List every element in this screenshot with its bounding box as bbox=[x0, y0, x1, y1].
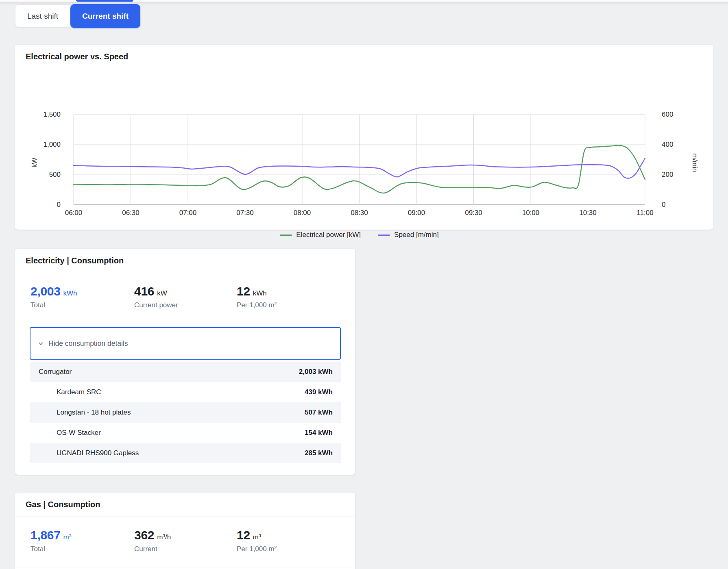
x-axis-tick: 10:00 bbox=[514, 209, 547, 217]
electricity-total-label: Total bbox=[31, 301, 134, 309]
left-axis-tick: 500 bbox=[15, 171, 61, 179]
x-axis-tick: 07:30 bbox=[229, 209, 262, 217]
chart-plot bbox=[74, 115, 645, 205]
consumption-row: OS-W Stacker154 kWh bbox=[30, 423, 341, 443]
legend-item[interactable]: Electrical power [kW] bbox=[280, 231, 361, 239]
electricity-per-area-label: Per 1,000 m² bbox=[237, 301, 339, 309]
gas-per-area-unit: m³ bbox=[253, 533, 261, 541]
right-axis-tick: 0 bbox=[662, 201, 665, 209]
right-axis-tick: 200 bbox=[662, 171, 673, 179]
gas-card-title: Gas | Consumption bbox=[15, 493, 355, 517]
gas-current-label: Current bbox=[134, 545, 237, 553]
x-axis-tick: 06:00 bbox=[57, 209, 90, 217]
consumption-row-value: 2,003 kWh bbox=[299, 368, 333, 376]
chart-legend: Electrical power [kW]Speed [m/min] bbox=[74, 231, 645, 239]
top-cutoff-strip bbox=[0, 0, 728, 2]
x-axis-tick: 09:00 bbox=[400, 209, 433, 217]
electricity-card-title: Electricity | Consumption bbox=[15, 249, 355, 273]
left-axis-label: kW bbox=[31, 158, 39, 168]
electricity-consumption-card: Electricity | Consumption 2,003 kWh Tota… bbox=[15, 249, 355, 475]
hide-consumption-details-button[interactable]: Hide consumption details bbox=[30, 327, 341, 360]
last-shift-button[interactable]: Last shift bbox=[15, 4, 70, 28]
gas-per-area-label: Per 1,000 m² bbox=[237, 545, 339, 553]
chart-card-title: Electrical power vs. Speed bbox=[15, 45, 713, 69]
electricity-current-power-unit: kW bbox=[157, 289, 167, 298]
right-axis-tick: 600 bbox=[662, 111, 673, 119]
legend-swatch bbox=[280, 235, 292, 236]
right-axis-label: m/min bbox=[691, 153, 699, 172]
consumption-row-name: Kardeam SRC bbox=[39, 388, 101, 396]
consumption-row: Kardeam SRC439 kWh bbox=[30, 382, 341, 402]
gas-consumption-card: Gas | Consumption 1,867 m³ Total 362 m³/… bbox=[15, 493, 355, 569]
legend-label: Speed [m/min] bbox=[394, 231, 439, 239]
consumption-row-value: 285 kWh bbox=[305, 449, 333, 457]
electricity-stats-row: 2,003 kWh Total 416 kW Current power 12 … bbox=[15, 273, 355, 309]
legend-item[interactable]: Speed [m/min] bbox=[378, 231, 439, 239]
legend-swatch bbox=[378, 235, 390, 236]
electricity-current-power-value: 416 bbox=[134, 284, 154, 298]
gas-per-area-stat: 12 m³ Per 1,000 m² bbox=[237, 528, 339, 553]
chevron-down-icon bbox=[38, 341, 44, 347]
gas-total-unit: m³ bbox=[63, 533, 72, 541]
consumption-row-name: UGNADI RHS900 Gapless bbox=[39, 449, 139, 457]
top-cutoff-blue-element bbox=[76, 0, 133, 2]
gas-current-stat: 362 m³/h Current bbox=[134, 528, 237, 553]
shift-toggle-group: Last shift Current shift bbox=[15, 4, 140, 28]
consumption-row: Longstan - 18 hot plates507 kWh bbox=[30, 402, 341, 423]
x-axis-tick: 09:30 bbox=[458, 209, 490, 217]
x-axis-tick: 06:30 bbox=[115, 209, 147, 217]
left-axis-tick: 0 bbox=[15, 201, 61, 209]
line-chart: 05001,0001,500 0200400600 06:0006:3007:0… bbox=[15, 69, 713, 229]
consumption-breakdown-table: Corrugator2,003 kWhKardeam SRC439 kWhLon… bbox=[30, 362, 341, 463]
power-speed-chart-card: Electrical power vs. Speed 05001,0001,50… bbox=[15, 45, 713, 230]
consumption-row: UGNADI RHS900 Gapless285 kWh bbox=[30, 443, 341, 463]
x-axis-tick: 07:00 bbox=[172, 209, 204, 217]
electricity-per-area-value: 12 bbox=[237, 284, 250, 298]
consumption-row-name: Corrugator bbox=[39, 368, 72, 376]
x-axis-tick: 10:30 bbox=[572, 209, 604, 217]
right-axis-tick: 400 bbox=[662, 141, 673, 149]
consumption-row-name: Longstan - 18 hot plates bbox=[39, 408, 131, 417]
gas-total-stat: 1,867 m³ Total bbox=[31, 528, 134, 553]
gas-card-divider bbox=[15, 567, 355, 567]
electricity-total-stat: 2,003 kWh Total bbox=[31, 284, 134, 309]
gas-per-area-value: 12 bbox=[237, 528, 250, 542]
electricity-per-area-unit: kWh bbox=[253, 289, 267, 298]
x-axis-tick: 08:30 bbox=[343, 209, 376, 217]
electricity-total-unit: kWh bbox=[63, 289, 77, 298]
gas-total-value: 1,867 bbox=[31, 528, 61, 542]
x-axis-tick: 08:00 bbox=[286, 209, 318, 217]
electricity-total-value: 2,003 bbox=[31, 284, 61, 298]
gas-current-unit: m³/h bbox=[157, 533, 171, 541]
current-shift-button[interactable]: Current shift bbox=[70, 4, 140, 28]
electricity-current-power-stat: 416 kW Current power bbox=[134, 284, 237, 309]
x-axis-tick: 11:00 bbox=[629, 209, 661, 217]
electricity-per-area-stat: 12 kWh Per 1,000 m² bbox=[237, 284, 339, 309]
consumption-row-value: 507 kWh bbox=[305, 408, 333, 417]
gas-current-value: 362 bbox=[134, 528, 154, 542]
legend-label: Electrical power [kW] bbox=[296, 231, 361, 239]
gas-stats-row: 1,867 m³ Total 362 m³/h Current 12 m³ Pe… bbox=[15, 517, 355, 553]
hide-consumption-details-label: Hide consumption details bbox=[48, 339, 128, 348]
consumption-row: Corrugator2,003 kWh bbox=[30, 362, 341, 382]
consumption-row-value: 439 kWh bbox=[305, 388, 333, 396]
left-axis-tick: 1,000 bbox=[15, 141, 61, 149]
consumption-row-value: 154 kWh bbox=[305, 429, 333, 437]
left-axis-tick: 1,500 bbox=[15, 111, 61, 119]
gas-total-label: Total bbox=[31, 545, 134, 553]
electricity-current-power-label: Current power bbox=[134, 301, 237, 309]
consumption-row-name: OS-W Stacker bbox=[39, 429, 101, 437]
